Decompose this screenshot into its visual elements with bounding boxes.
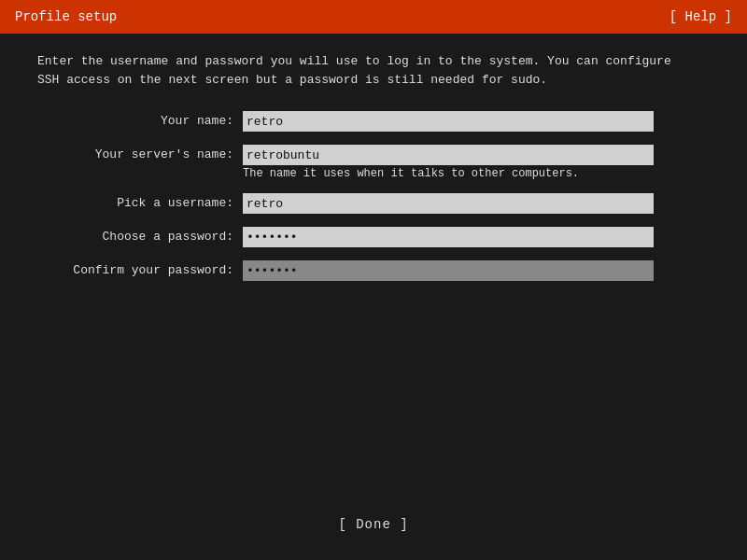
your-name-row: Your name: [37, 111, 710, 132]
confirm-password-group [243, 260, 710, 281]
server-name-label: Your server's name: [37, 145, 243, 161]
password-row: Choose a password: [37, 227, 710, 247]
your-name-input[interactable] [243, 111, 654, 132]
password-group [243, 227, 710, 247]
confirm-password-input[interactable] [243, 260, 654, 281]
username-row: Pick a username: [37, 193, 710, 214]
confirm-password-label: Confirm your password: [37, 260, 243, 277]
server-name-row: Your server's name: The name it uses whe… [37, 145, 710, 180]
server-name-input[interactable] [243, 145, 654, 165]
confirm-password-row: Confirm your password: [37, 260, 710, 281]
help-button[interactable]: [ Help ] [669, 9, 732, 24]
server-name-hint: The name it uses when it talks to other … [243, 167, 710, 180]
password-input[interactable] [243, 227, 654, 247]
username-label: Pick a username: [37, 193, 243, 210]
username-group [243, 193, 710, 214]
titlebar: Profile setup [ Help ] [0, 0, 747, 34]
footer: [ Done ] [0, 517, 747, 532]
password-label: Choose a password: [37, 227, 243, 244]
your-name-label: Your name: [37, 111, 243, 128]
your-name-group [243, 111, 710, 132]
description-text: Enter the username and password you will… [37, 52, 672, 89]
page-title: Profile setup [15, 9, 117, 24]
username-input[interactable] [243, 193, 654, 214]
main-content: Enter the username and password you will… [0, 34, 747, 313]
server-name-group: The name it uses when it talks to other … [243, 145, 710, 180]
done-button[interactable]: [ Done ] [338, 517, 408, 532]
